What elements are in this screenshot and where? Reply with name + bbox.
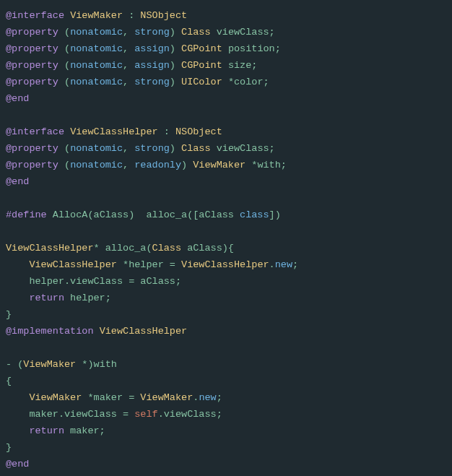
code-token: assign xyxy=(134,60,170,71)
code-token: nonatomic xyxy=(70,160,123,170)
code-token: ViewClassHelper xyxy=(29,259,117,270)
code-token: nonatomic xyxy=(70,43,123,54)
code-token: ( xyxy=(58,77,70,87)
code-line: helper.viewClass = aClass; xyxy=(6,276,181,287)
code-line: @property (nonatomic, strong) UIColor *c… xyxy=(6,77,269,87)
code-token: CGPoint xyxy=(181,60,222,71)
code-line: - (ViewMaker *)with xyxy=(6,359,117,370)
code-token: ( xyxy=(58,143,70,154)
code-token: ) xyxy=(170,43,181,54)
code-token: @implementation xyxy=(6,326,94,337)
code-token: CGPoint xyxy=(181,43,222,54)
code-token: @property xyxy=(6,77,58,87)
code-token: @property xyxy=(6,43,58,54)
code-token: new xyxy=(275,259,292,270)
code-token xyxy=(94,326,100,337)
code-token: @end xyxy=(6,93,29,104)
code-token: : xyxy=(158,126,175,137)
code-token: assign xyxy=(134,43,170,54)
code-line: @property (nonatomic, strong) Class view… xyxy=(6,143,275,154)
code-token: strong xyxy=(134,143,170,154)
code-token: *)with xyxy=(76,359,117,370)
code-token: } xyxy=(6,309,12,320)
code-line: @property (nonatomic, assign) CGPoint po… xyxy=(6,43,281,54)
code-token: ViewMaker xyxy=(193,160,245,170)
code-token: @property xyxy=(6,160,58,170)
code-token: ViewClassHelper xyxy=(181,259,269,270)
code-line: @implementation ViewClassHelper xyxy=(6,326,187,337)
code-token: NSObject xyxy=(140,10,187,21)
code-token: ) xyxy=(181,160,193,170)
code-token: aClass){ xyxy=(181,243,234,254)
code-token: #define xyxy=(6,209,47,220)
code-token: ) xyxy=(170,27,181,38)
code-line: #define AllocA(aClass) alloc_a([aClass c… xyxy=(6,209,281,220)
code-line: return maker; xyxy=(6,425,105,436)
code-token: ) xyxy=(170,143,181,154)
code-line: @property (nonatomic, readonly) ViewMake… xyxy=(6,160,287,170)
code-line: return helper; xyxy=(6,293,111,303)
code-token: { xyxy=(6,376,12,386)
code-token: new xyxy=(199,392,216,403)
code-token: ( xyxy=(58,60,70,71)
code-line: } xyxy=(6,309,12,320)
code-line: @end xyxy=(6,176,29,187)
code-token: AllocA(aClass) alloc_a([aClass xyxy=(47,209,240,220)
code-token: Class xyxy=(181,143,211,154)
code-token: @end xyxy=(6,176,29,187)
code-line: ViewMaker *maker = ViewMaker.new; xyxy=(6,392,222,403)
code-token: @property xyxy=(6,60,58,71)
code-token: self xyxy=(134,409,157,420)
code-token xyxy=(6,259,29,270)
code-token: strong xyxy=(134,77,170,87)
code-token: maker; xyxy=(64,425,105,436)
code-token: ViewMaker xyxy=(140,392,193,403)
code-token: *maker = xyxy=(82,392,140,403)
code-token: nonatomic xyxy=(70,77,123,87)
code-token: helper; xyxy=(64,293,111,303)
code-token: UIColor xyxy=(181,77,222,87)
code-token: helper.viewClass = aClass; xyxy=(6,276,181,287)
code-token: } xyxy=(6,442,12,453)
code-token: nonatomic xyxy=(70,60,123,71)
code-token: , xyxy=(123,27,134,38)
code-token: ; xyxy=(292,259,298,270)
code-line: @property (nonatomic, strong) Class view… xyxy=(6,27,275,38)
code-line: @property (nonatomic, assign) CGPoint si… xyxy=(6,60,257,71)
code-token: viewClass; xyxy=(211,27,275,38)
code-token: , xyxy=(123,160,134,170)
code-token: viewClass; xyxy=(211,143,275,154)
code-token: : xyxy=(123,10,140,21)
code-token: ViewMaker xyxy=(70,10,123,21)
code-token: .viewClass; xyxy=(158,409,222,420)
code-token: ( xyxy=(58,43,70,54)
code-token: @property xyxy=(6,27,58,38)
code-token: ( xyxy=(58,160,70,170)
code-token: ( xyxy=(58,27,70,38)
code-token xyxy=(64,126,70,137)
code-token: *color; xyxy=(222,77,269,87)
code-token: readonly xyxy=(134,160,181,170)
code-token: position; xyxy=(222,43,281,54)
code-block: @interface ViewMaker : NSObject @propert… xyxy=(0,0,452,476)
code-token: nonatomic xyxy=(70,143,123,154)
code-token: maker.viewClass = xyxy=(6,409,134,420)
code-token: @property xyxy=(6,143,58,154)
code-token: ViewMaker xyxy=(23,359,76,370)
code-line: ViewClassHelper* alloc_a(Class aClass){ xyxy=(6,243,234,254)
code-line: maker.viewClass = self.viewClass; xyxy=(6,409,222,420)
code-token: ViewClassHelper xyxy=(70,126,158,137)
code-token: ]) xyxy=(269,209,281,220)
code-line: @end xyxy=(6,93,29,104)
code-token: class xyxy=(240,209,269,220)
code-token: ViewMaker xyxy=(29,392,82,403)
code-token: *with; xyxy=(245,160,287,170)
code-token: , xyxy=(123,43,134,54)
code-token: *helper = xyxy=(117,259,181,270)
code-line: { xyxy=(6,376,12,386)
code-line: ViewClassHelper *helper = ViewClassHelpe… xyxy=(6,259,298,270)
code-token xyxy=(6,392,29,403)
code-token: NSObject xyxy=(175,126,222,137)
code-token: return xyxy=(29,425,64,436)
code-token: nonatomic xyxy=(70,27,123,38)
